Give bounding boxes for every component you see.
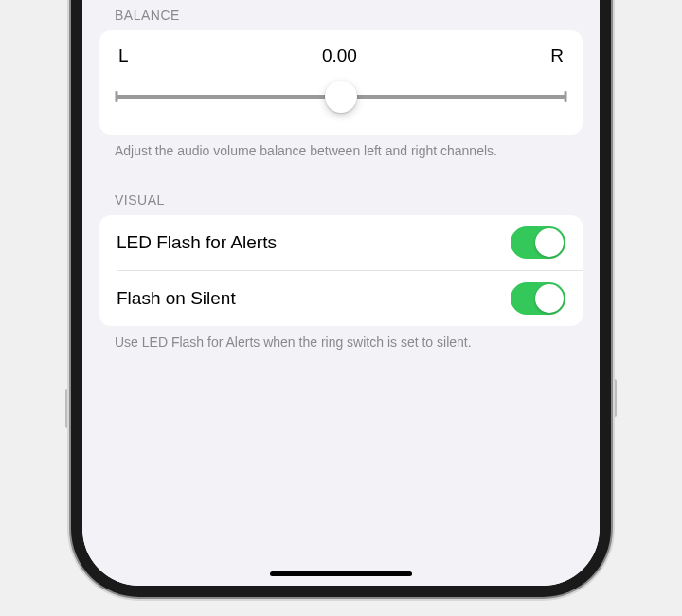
balance-slider[interactable] (117, 80, 565, 114)
balance-card: L 0.00 R (99, 30, 583, 135)
toggle-knob (535, 284, 564, 313)
side-button-left (65, 389, 69, 428)
slider-tick-right (565, 91, 567, 102)
balance-labels: L 0.00 R (117, 44, 565, 80)
row-label: Flash on Silent (117, 288, 236, 309)
settings-screen: BALANCE L 0.00 R Adjust the audio volume… (82, 0, 600, 586)
toggle-knob (535, 228, 564, 257)
visual-footer: Use LED Flash for Alerts when the ring s… (99, 326, 583, 352)
toggle-led-flash-alerts[interactable] (511, 226, 565, 259)
slider-thumb[interactable] (325, 81, 357, 113)
home-indicator[interactable] (270, 571, 412, 576)
toggle-flash-on-silent[interactable] (511, 282, 565, 315)
side-button-right (613, 379, 617, 417)
phone-body: BALANCE L 0.00 R Adjust the audio volume… (71, 0, 611, 597)
balance-value: 0.00 (129, 45, 551, 66)
balance-right-label: R (550, 45, 564, 66)
balance-left-label: L (118, 45, 129, 66)
balance-footer: Adjust the audio volume balance between … (99, 135, 583, 160)
slider-tick-left (116, 91, 118, 102)
row-label: LED Flash for Alerts (117, 232, 277, 253)
row-led-flash-alerts[interactable]: LED Flash for Alerts (99, 215, 583, 270)
balance-section-header: BALANCE (99, 8, 583, 30)
visual-card: LED Flash for Alerts Flash on Silent (99, 215, 583, 326)
row-flash-on-silent[interactable]: Flash on Silent (99, 271, 583, 326)
phone-frame: BALANCE L 0.00 R Adjust the audio volume… (71, 0, 611, 597)
visual-section-header: VISUAL (99, 192, 583, 215)
